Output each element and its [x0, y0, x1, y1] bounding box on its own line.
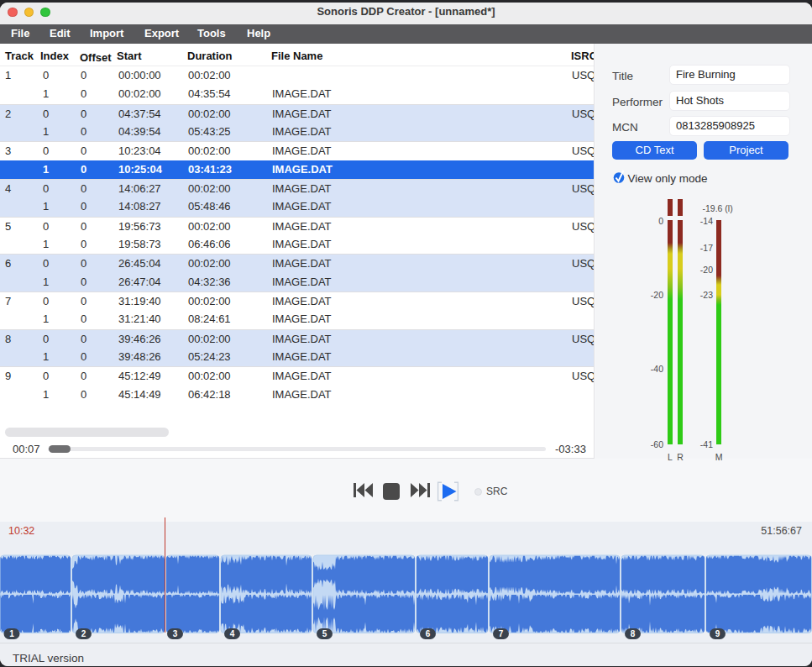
svg-text:5: 5 [322, 629, 327, 638]
svg-text:8: 8 [631, 629, 636, 638]
svg-text:2: 2 [81, 629, 86, 638]
svg-text:7: 7 [499, 629, 504, 638]
svg-text:1: 1 [9, 629, 14, 638]
svg-text:9: 9 [715, 629, 720, 638]
svg-text:4: 4 [230, 629, 235, 638]
svg-text:6: 6 [426, 629, 431, 638]
svg-text:3: 3 [173, 629, 178, 638]
